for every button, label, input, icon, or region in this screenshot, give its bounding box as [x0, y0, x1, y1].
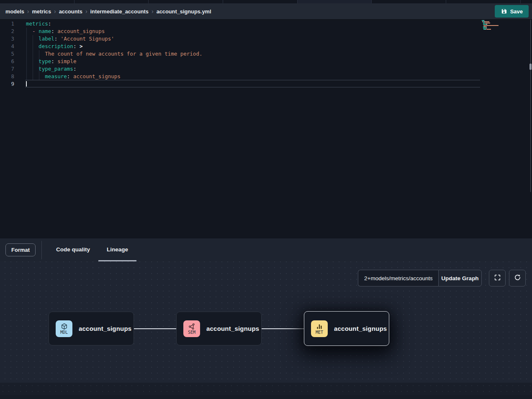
sem-badge: SEM: [183, 320, 200, 337]
selector-group: Update Graph: [358, 270, 482, 286]
bottom-panel: Format Code qualityLineage Update Graph: [0, 238, 532, 399]
fullscreen-button[interactable]: [489, 270, 506, 286]
lineage-edge: [134, 328, 176, 329]
chevron-right-icon: ›: [54, 8, 56, 14]
chevron-right-icon: ›: [85, 8, 87, 14]
top-file-tab[interactable]: [149, 0, 223, 3]
indent-guide: [33, 35, 33, 80]
lineage-node-mdl[interactable]: MDLaccount_signups: [49, 312, 134, 345]
node-label: account_signups: [206, 325, 259, 332]
chevron-right-icon: ›: [152, 8, 154, 14]
minimap[interactable]: [482, 20, 508, 31]
fullscreen-icon: [494, 274, 501, 282]
breadcrumb-item[interactable]: account_signups.yml: [157, 8, 211, 15]
code-line[interactable]: 8 measure: account_signups: [0, 73, 480, 80]
line-number: 3: [0, 35, 20, 43]
top-file-tab[interactable]: [0, 0, 75, 3]
editor-tab-strip: [0, 0, 532, 3]
code-line[interactable]: 7 type_params:: [0, 65, 480, 73]
code-line[interactable]: 1metrics:: [0, 20, 480, 28]
save-icon: [501, 8, 507, 15]
code-text: type: simple: [20, 58, 76, 65]
chevron-right-icon: ›: [27, 8, 29, 14]
save-button[interactable]: Save: [495, 5, 529, 18]
breadcrumb-item[interactable]: metrics: [32, 8, 51, 15]
breadcrumb-bar: models›metrics›accounts›intermediate_acc…: [0, 3, 532, 20]
app-window: models›metrics›accounts›intermediate_acc…: [0, 0, 532, 399]
active-line-highlight: [25, 80, 480, 87]
node-label: account_signups: [334, 325, 387, 332]
lineage-node-met[interactable]: METaccount_signups: [304, 311, 389, 346]
line-number: 5: [0, 50, 20, 58]
code-text: label: 'Account Signups': [20, 35, 114, 43]
code-lines: 1metrics:2 - name: account_signups3 labe…: [0, 20, 480, 88]
format-button[interactable]: Format: [5, 243, 36, 256]
badge-label: MET: [316, 330, 323, 335]
lineage-controls: Update Graph: [0, 270, 532, 286]
lineage-node-sem[interactable]: SEMaccount_signups: [176, 312, 262, 345]
indent-guide: [39, 50, 39, 80]
code-text: description: >: [20, 43, 83, 50]
line-number: 4: [0, 43, 20, 50]
cube-icon: [61, 322, 68, 330]
bottom-edge-strip: [0, 395, 532, 399]
top-file-tab[interactable]: [372, 0, 446, 3]
divider: [41, 241, 42, 259]
top-file-tab[interactable]: [75, 0, 149, 3]
line-number: 2: [0, 28, 20, 35]
line-number: 6: [0, 58, 20, 65]
panel-tab-bar: Format Code qualityLineage: [0, 238, 532, 261]
lineage-edge: [262, 328, 304, 329]
breadcrumb: models›metrics›accounts›intermediate_acc…: [5, 8, 211, 15]
breadcrumb-item[interactable]: intermediate_accounts: [90, 8, 149, 15]
code-text: type_params:: [20, 65, 76, 73]
badge-label: SEM: [188, 330, 195, 335]
refresh-icon: [514, 274, 521, 282]
line-number: 9: [0, 80, 20, 88]
top-file-tab[interactable]: [298, 0, 372, 3]
breadcrumb-item[interactable]: accounts: [59, 8, 82, 15]
node-label: account_signups: [79, 325, 131, 332]
code-editor[interactable]: 1metrics:2 - name: account_signups3 labe…: [0, 20, 532, 238]
tab-code-quality[interactable]: Code quality: [48, 238, 98, 261]
breadcrumb-item[interactable]: models: [5, 8, 24, 15]
badge-label: MDL: [60, 330, 68, 335]
top-file-tab[interactable]: [223, 0, 298, 3]
indent-guide: [26, 28, 27, 80]
semantic-network-icon: [188, 322, 195, 330]
code-text: The count of new accounts for a given ti…: [20, 50, 202, 58]
code-text: - name: account_signups: [20, 28, 105, 35]
lineage-canvas-lower: [0, 383, 532, 399]
code-line[interactable]: 4 description: >: [0, 43, 480, 50]
panel-tabs: Code qualityLineage: [48, 238, 136, 261]
code-text: measure: account_signups: [20, 73, 121, 80]
code-line[interactable]: 2 - name: account_signups: [0, 28, 480, 35]
code-line[interactable]: 6 type: simple: [0, 58, 480, 65]
update-graph-button[interactable]: Update Graph: [438, 270, 482, 286]
line-number: 8: [0, 73, 20, 80]
code-line[interactable]: 3 label: 'Account Signups': [0, 35, 480, 43]
top-file-tab[interactable]: [446, 0, 521, 3]
code-line[interactable]: 5 The count of new accounts for a given …: [0, 50, 480, 58]
save-button-label: Save: [510, 8, 523, 15]
met-badge: MET: [311, 320, 328, 337]
line-number: 7: [0, 65, 20, 73]
mdl-badge: MDL: [56, 320, 72, 337]
refresh-button[interactable]: [509, 270, 526, 286]
editor-scrollbar-track[interactable]: [530, 20, 531, 192]
code-text: metrics:: [20, 20, 51, 28]
tab-lineage[interactable]: Lineage: [98, 238, 136, 261]
text-cursor: [26, 81, 27, 87]
editor-scrollbar-thumb[interactable]: [529, 64, 532, 70]
line-number: 1: [0, 20, 20, 28]
bar-chart-icon: [316, 323, 323, 330]
lineage-canvas[interactable]: Update Graph: [0, 261, 532, 383]
lineage-selector-input[interactable]: [358, 270, 438, 286]
